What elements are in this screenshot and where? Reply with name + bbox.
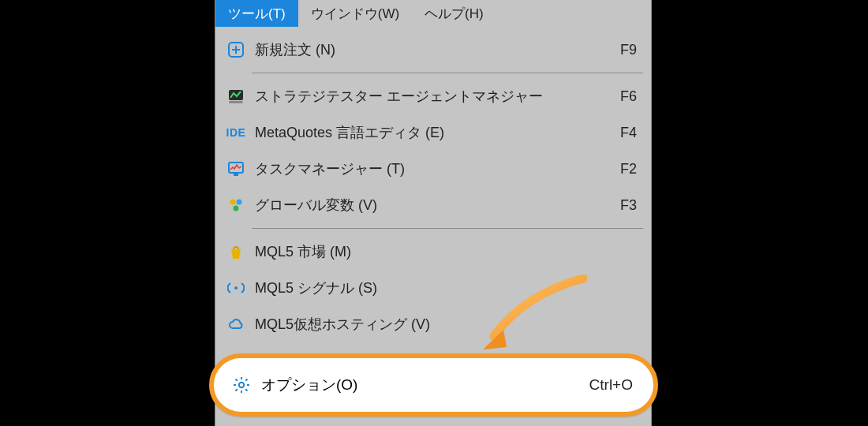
menu-item-global-variables[interactable]: グローバル変数 (V) F3 — [215, 187, 651, 223]
cloud-icon — [225, 313, 247, 335]
task-manager-icon — [225, 158, 247, 180]
svg-point-9 — [234, 206, 239, 211]
menubar: ツール(T) ウインドウ(W) ヘルプ(H) — [215, 0, 651, 27]
menu-item-mql5-signals[interactable]: MQL5 シグナル (S) — [215, 270, 651, 306]
menu-item-label: タスクマネージャー (T) — [255, 159, 612, 178]
svg-line-17 — [245, 389, 247, 390]
signals-icon — [225, 277, 247, 299]
menubar-item-window[interactable]: ウインドウ(W) — [298, 0, 412, 27]
gear-icon — [231, 375, 252, 395]
svg-line-19 — [245, 379, 247, 381]
menu-item-strategy-tester[interactable]: ストラテジテスター エージェントマネジャー F6 — [215, 78, 651, 114]
global-variables-icon — [225, 194, 247, 216]
menu-item-label: オプション(O) — [261, 375, 580, 395]
menu-item-shortcut: F6 — [620, 88, 637, 105]
svg-point-11 — [239, 383, 244, 387]
menu-item-shortcut: F2 — [620, 161, 637, 178]
menu-item-label: ストラテジテスター エージェントマネジャー — [255, 87, 612, 106]
menu-item-label: グローバル変数 (V) — [255, 196, 612, 215]
ide-icon: IDE — [225, 121, 247, 144]
svg-line-16 — [236, 379, 238, 381]
market-icon — [225, 241, 247, 263]
menubar-item-help[interactable]: ヘルプ(H) — [412, 0, 496, 27]
menu-item-label: MQL5仮想ホスティング (V) — [255, 315, 629, 334]
menu-item-shortcut: F9 — [620, 42, 637, 58]
menu-item-shortcut: F4 — [620, 125, 637, 141]
menu-item-metaquotes-editor[interactable]: IDE MetaQuotes 言語エディタ (E) F4 — [215, 114, 651, 151]
svg-point-7 — [230, 200, 236, 205]
menu-body: 新規注文 (N) F9 ストラテジテスター エージェントマネジャー F6 IDE… — [215, 27, 651, 342]
menu-item-shortcut: Ctrl+O — [589, 376, 633, 394]
new-order-icon — [225, 39, 247, 61]
menu-item-options-highlighted[interactable]: オプション(O) Ctrl+O — [209, 353, 658, 417]
svg-point-8 — [237, 200, 242, 205]
menu-item-label: 新規注文 (N) — [255, 40, 612, 59]
menu-item-label: MetaQuotes 言語エディタ (E) — [255, 123, 612, 142]
svg-rect-6 — [234, 174, 238, 176]
svg-rect-4 — [229, 101, 243, 103]
menu-item-mql5-market[interactable]: MQL5 市場 (M) — [215, 234, 651, 270]
menu-separator — [252, 228, 643, 229]
menu-item-label: MQL5 シグナル (S) — [255, 278, 629, 297]
menu-item-task-manager[interactable]: タスクマネージャー (T) F2 — [215, 151, 651, 187]
menu-item-label: MQL5 市場 (M) — [255, 242, 629, 261]
menu-item-mql5-virtual-hosting[interactable]: MQL5仮想ホスティング (V) — [215, 306, 651, 342]
svg-rect-5 — [229, 163, 243, 173]
menu-item-new-order[interactable]: 新規注文 (N) F9 — [215, 32, 651, 68]
menubar-item-tools[interactable]: ツール(T) — [215, 0, 298, 27]
menu-item-shortcut: F3 — [620, 197, 637, 214]
strategy-tester-icon — [225, 85, 247, 107]
menu-separator — [252, 73, 643, 73]
svg-point-10 — [234, 286, 238, 290]
svg-line-18 — [236, 389, 238, 390]
